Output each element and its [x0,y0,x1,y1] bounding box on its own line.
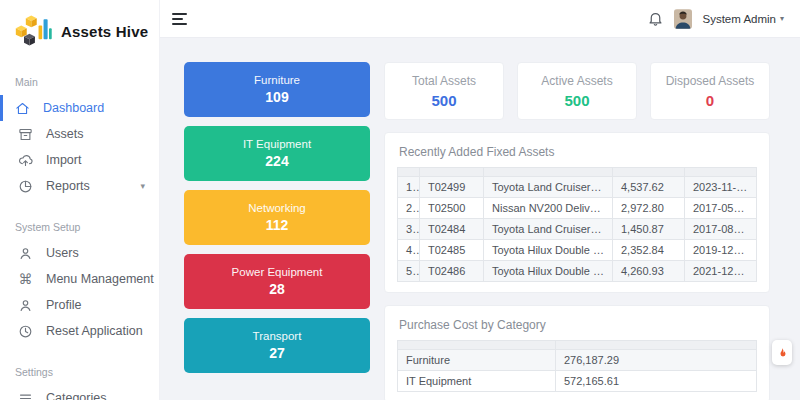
category-card[interactable]: Networking 112 [184,190,370,245]
cell-name-description: Nissan NV200 Delivery Van [484,198,613,219]
cell-category: IT Equipment [398,371,556,392]
user-icon [18,246,33,261]
column-header[interactable] [420,168,484,177]
stat-card-value: 500 [564,92,589,109]
clock-icon [18,324,33,339]
cell-name-description: Toyota Hilux Double Cab Pickup [484,240,613,261]
menu-icon[interactable] [172,10,188,28]
user-menu[interactable]: System Admin ▾ [702,13,784,25]
avatar[interactable] [674,9,692,29]
sidebar-item[interactable]: ⌘ Menu Management ▾ [0,266,159,292]
category-card-label: Networking [248,202,306,214]
recent-assets-title: Recently Added Fixed Assets [399,145,757,159]
column-header[interactable] [555,341,756,350]
category-card[interactable]: IT Equipment 224 [184,126,370,181]
category-cards: Furniture 109 IT Equipment 224 Networkin… [184,62,370,400]
flame-icon[interactable] [772,340,792,365]
table-row: 3 T02484 Toyota Land Cruiser Prado SUV 1… [398,219,757,240]
sidebar-section-main: Main [15,76,159,88]
sidebar-nav-settings: Categories ▾ [0,385,159,400]
cell-purchase-cost: 2,352.84 [613,240,685,261]
cell-tag-number: T02486 [420,261,484,282]
sidebar-item-label: Reset Application [46,324,143,338]
brand-logo[interactable]: Assets Hive [0,0,159,50]
category-card-label: Furniture [254,74,300,86]
sidebar-item[interactable]: Assets ▾ [0,121,159,147]
stat-card: Total Assets 500 [384,62,504,120]
category-card-count: 28 [269,281,285,297]
category-card-label: Transport [253,330,302,342]
cell-purchase-cost: 4,537.62 [613,177,685,198]
category-card-count: 224 [265,153,288,169]
column-header[interactable] [398,168,420,177]
sidebar-item-label: Profile [46,298,81,312]
chevron-down-icon: ▾ [140,181,145,191]
main-column: Total Assets 500 Active Assets 500 Dispo… [384,62,770,400]
table-header-row [398,341,757,350]
pie-chart-icon [18,179,33,194]
column-header[interactable] [484,168,613,177]
cloud-upload-icon [18,153,33,168]
home-icon [15,101,30,116]
user-name-label: System Admin [702,13,776,25]
category-card-count: 109 [265,89,288,105]
sidebar-item[interactable]: Profile ▾ [0,292,159,318]
sidebar-nav-main: Dashboard ▾ Assets ▾ Import ▾ Reports ▾ [0,95,159,199]
purchase-by-category-body: Furniture 276,187.29 IT Equipment 572,16… [398,350,757,392]
category-card[interactable]: Transport 27 [184,318,370,373]
cell-purchase-date: 2019-12-16 [685,240,757,261]
table-row: 1 T02499 Toyota Land Cruiser Prado SUV 4… [398,177,757,198]
category-card-label: IT Equipment [243,138,311,150]
sidebar: Assets Hive Main Dashboard ▾ Assets ▾ Im… [0,0,160,400]
table-row: 2 T02500 Nissan NV200 Delivery Van 2,972… [398,198,757,219]
cell-name-description: Toyota Land Cruiser Prado SUV [484,219,613,240]
cell-index: 3 [398,219,420,240]
cell-tag-number: T02485 [420,240,484,261]
chevron-down-icon: ▾ [780,14,784,23]
stat-cards: Total Assets 500 Active Assets 500 Dispo… [384,62,770,120]
table-row: 4 T02485 Toyota Hilux Double Cab Pickup … [398,240,757,261]
cell-purchase-cost: 1,450.87 [613,219,685,240]
stat-card-label: Total Assets [412,74,476,88]
purchase-by-category-table: Furniture 276,187.29 IT Equipment 572,16… [397,340,757,392]
cell-tag-number: T02499 [420,177,484,198]
stat-card: Disposed Assets 0 [650,62,770,120]
cell-purchase-cost: 4,260.93 [613,261,685,282]
table-header-row [398,168,757,177]
stat-card-value: 500 [431,92,456,109]
sidebar-item[interactable]: Dashboard ▾ [0,95,159,121]
assets-hive-logo-icon [14,12,54,50]
column-header[interactable] [398,341,556,350]
category-card[interactable]: Furniture 109 [184,62,370,117]
table-row: Furniture 276,187.29 [398,350,757,371]
category-card-label: Power Equipment [232,266,323,278]
recent-assets-body: 1 T02499 Toyota Land Cruiser Prado SUV 4… [398,177,757,282]
cell-category: Furniture [398,350,556,371]
stat-card-label: Active Assets [541,74,612,88]
command-icon: ⌘ [18,272,33,287]
cell-tag-number: T02484 [420,219,484,240]
purchase-by-category-title: Purchase Cost by Category [399,318,757,332]
sidebar-item[interactable]: Import ▾ [0,147,159,173]
cell-purchase-date: 2017-08-03 [685,219,757,240]
sidebar-item[interactable]: Reset Application ▾ [0,318,159,344]
cell-purchase-date: 2017-05-11 [685,198,757,219]
column-header[interactable] [613,168,685,177]
cell-tag-number: T02500 [420,198,484,219]
cell-name-description: Toyota Land Cruiser Prado SUV [484,177,613,198]
sidebar-item[interactable]: Users ▾ [0,240,159,266]
archive-icon [18,127,33,142]
bell-icon[interactable] [647,10,664,27]
sidebar-item[interactable]: Categories ▾ [0,385,159,400]
column-header[interactable] [685,168,757,177]
sidebar-section-system-setup: System Setup [15,221,159,233]
category-card[interactable]: Power Equipment 28 [184,254,370,309]
recent-assets-panel: Recently Added Fixed Assets 1 T02499 Toy… [384,132,770,293]
dashboard-content: Furniture 109 IT Equipment 224 Networkin… [160,38,800,400]
sidebar-item-label: Users [46,246,79,260]
cell-purchase-date: 2023-11-08 [685,177,757,198]
cell-index: 5 [398,261,420,282]
sidebar-item[interactable]: Reports ▾ [0,173,159,199]
purchase-by-category-panel: Purchase Cost by Category Furniture 276,… [384,305,770,400]
brand-name: Assets Hive [61,23,148,40]
